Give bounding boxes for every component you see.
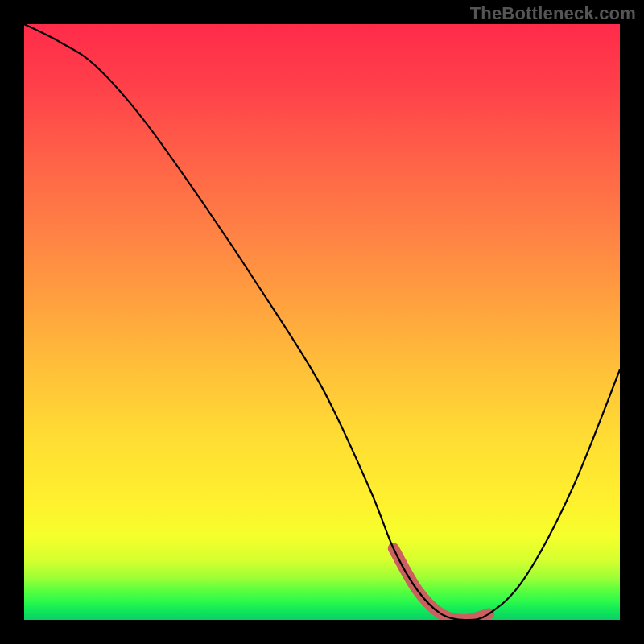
plot-area <box>24 24 620 620</box>
optimal-range-highlight <box>394 548 489 620</box>
watermark-text: TheBottleneck.com <box>470 3 636 24</box>
curve-svg <box>24 24 620 620</box>
bottleneck-curve <box>24 24 620 620</box>
chart-frame: TheBottleneck.com <box>0 0 644 644</box>
